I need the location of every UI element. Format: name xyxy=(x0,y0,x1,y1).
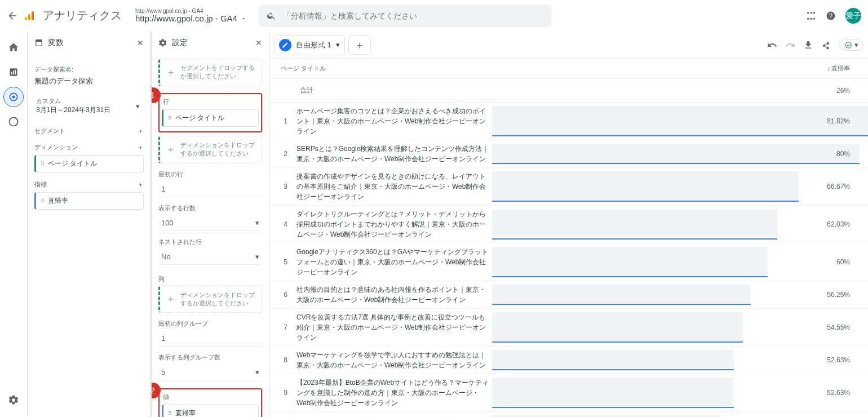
table-row[interactable]: 7CVRを改善する方法7選 具体的な事例と改善に役立つツールも紹介｜東京・大阪の… xyxy=(269,309,868,347)
table-row[interactable]: 2SERPsとは？Google検索結果を理解したコンテンツ作成方法｜東京・大阪の… xyxy=(269,140,868,168)
column-header-bounce-rate-label: 直帰率 xyxy=(831,65,850,72)
add-tab-button[interactable]: ＋ xyxy=(348,36,371,55)
table-row[interactable]: 8Webマーケティングを独学で学ぶ人におすすめの勉強法とは｜東京・大阪のホームペ… xyxy=(269,347,868,374)
segment-drop-zone[interactable]: ＋セグメントをドロップするか選択してください xyxy=(158,59,262,86)
property-selector[interactable]: http://www.gpol.co.jp - GA4 http://www.g… xyxy=(135,8,246,24)
add-metric-button[interactable]: ＋ xyxy=(138,180,144,189)
row-index: 3 xyxy=(269,168,292,205)
svg-rect-6 xyxy=(807,17,809,19)
row-bar-cell: 80% xyxy=(492,140,868,167)
add-dimension-button[interactable]: ＋ xyxy=(138,143,144,152)
dimension-label: ディメンション xyxy=(34,143,78,152)
metric-chip-bounce-rate[interactable]: ⠿直帰率 xyxy=(34,192,144,210)
svg-rect-12 xyxy=(11,72,12,74)
row-value: 52.63% xyxy=(827,389,868,397)
row-value: 81.82% xyxy=(827,117,868,125)
row-label: 提案書の作成やデザインを見るときの助けになる、レイアウトの基本原則をご紹介｜東京… xyxy=(292,168,492,205)
first-row-input[interactable]: 1 xyxy=(158,181,262,197)
row-label: EFO（入力フォーム最適化）とは？フォームを改善して問い合わせを増やす方法｜東京… xyxy=(292,412,492,417)
show-rows-select[interactable]: 100▾ xyxy=(158,215,262,231)
svg-rect-3 xyxy=(807,12,809,14)
search-box[interactable] xyxy=(259,5,552,27)
plus-icon: ＋ xyxy=(166,65,176,79)
report-actions: ▾ xyxy=(767,39,863,51)
row-value: 60% xyxy=(836,258,868,266)
nav-explore[interactable] xyxy=(3,87,24,107)
total-row: 合計 26% xyxy=(269,79,868,103)
share-icon[interactable] xyxy=(821,40,831,50)
table-row[interactable]: 4ダイレクトリクルーティングとは？メリット・デメリットから採用成功のポイントまで… xyxy=(269,206,868,243)
nav-reports[interactable] xyxy=(3,62,24,82)
svg-rect-4 xyxy=(811,12,812,14)
nav-home[interactable] xyxy=(3,37,24,57)
row-bar xyxy=(492,312,743,343)
nav-settings[interactable] xyxy=(3,390,24,410)
download-icon[interactable] xyxy=(803,40,813,50)
nested-rows-select[interactable]: No▾ xyxy=(158,249,262,265)
data-quality-chip[interactable]: ▾ xyxy=(839,39,863,51)
chevron-down-icon: ▾ xyxy=(136,102,140,110)
column-header-page-title[interactable]: ページ タイトル xyxy=(269,64,501,73)
chevron-down-icon: ▾ xyxy=(255,219,259,227)
row-label: SERPsとは？Google検索結果を理解したコンテンツ作成方法｜東京・大阪のホ… xyxy=(292,140,492,167)
grip-icon: ⠿ xyxy=(41,161,43,167)
show-colgroup-select[interactable]: 5▾ xyxy=(158,364,262,380)
first-colgroup-input[interactable]: 1 xyxy=(158,330,262,347)
rows-callout: 1 行 ⠿ページ タイトル xyxy=(158,93,262,132)
back-arrow-icon[interactable] xyxy=(7,10,18,21)
variables-panel: 変数 ✕ データ探索名: 無題のデータ探索 カスタム 3月1日～2024年3月3… xyxy=(27,32,151,417)
redo-icon[interactable] xyxy=(785,40,795,50)
row-index: 7 xyxy=(269,309,292,346)
report-header-row: ページ タイトル ↓直帰率 xyxy=(269,59,868,79)
first-colgroup-value: 1 xyxy=(161,334,165,343)
explore-name-label: データ探索名: xyxy=(34,65,144,74)
apps-icon[interactable] xyxy=(806,11,816,21)
nav-advertising[interactable] xyxy=(3,112,24,132)
row-index: 5 xyxy=(269,243,292,281)
table-row[interactable]: 9【2023年最新】BtoB企業のWebサイトはどう作る？マーケティングを意識し… xyxy=(269,374,868,412)
row-label: 【2023年最新】BtoB企業のWebサイトはどう作る？マーケティングを意識した… xyxy=(292,374,492,411)
dimension-chip-page-title[interactable]: ⠿ページ タイトル xyxy=(34,155,144,172)
row-bar-cell: 60% xyxy=(492,243,868,281)
svg-rect-2 xyxy=(32,11,34,20)
avatar[interactable]: 愛子 xyxy=(845,8,861,24)
cols-drop-zone[interactable]: ＋ディメンションをドロップするか選択してください xyxy=(158,286,262,313)
chevron-down-icon: ▾ xyxy=(255,368,259,376)
first-row-value: 1 xyxy=(161,185,165,193)
grip-icon: ⠿ xyxy=(41,198,43,204)
date-range-picker[interactable]: カスタム 3月1日～2024年3月31日 ▾ xyxy=(34,93,144,119)
first-row-label: 最初の行 xyxy=(158,170,262,179)
show-rows-label: 表示する行数 xyxy=(158,204,262,212)
rows-drop-zone[interactable]: ＋ディメンションをドロップするか選択してください xyxy=(158,136,262,163)
rows-label: 行 xyxy=(162,97,259,106)
values-chip-bounce-rate[interactable]: ⠿直帰率 xyxy=(162,405,259,417)
table-row[interactable]: 3提案書の作成やデザインを見るときの助けになる、レイアウトの基本原則をご紹介｜東… xyxy=(269,168,868,206)
table-row[interactable]: 5Googleアナリティクス360とは？GAやマーケティングプラットフォームとの… xyxy=(269,243,868,281)
table-row[interactable]: 10EFO（入力フォーム最適化）とは？フォームを改善して問い合わせを増やす方法｜… xyxy=(269,412,868,417)
search-input[interactable] xyxy=(283,11,544,20)
values-callout: 2 値 ⠿直帰率 xyxy=(158,388,262,417)
column-header-bounce-rate[interactable]: ↓直帰率 xyxy=(827,64,869,73)
svg-rect-0 xyxy=(25,17,27,20)
total-value: 26% xyxy=(836,87,868,95)
row-label: CVRを改善する方法7選 具体的な事例と改善に役立つツールも紹介｜東京・大阪のホ… xyxy=(292,309,492,346)
explore-name-value[interactable]: 無題のデータ探索 xyxy=(34,76,144,86)
undo-icon[interactable] xyxy=(767,40,777,50)
ga-logo-icon xyxy=(23,9,36,23)
check-circle-icon xyxy=(844,41,852,49)
table-row[interactable]: 6社内報の目的とは？意味のある社内報を作るポイント｜東京・大阪のホームページ・W… xyxy=(269,281,868,309)
rows-chip-page-title[interactable]: ⠿ページ タイトル xyxy=(162,109,259,127)
close-variables-icon[interactable]: ✕ xyxy=(137,38,144,47)
date-range-value: 3月1日～2024年3月31日 xyxy=(36,105,142,115)
row-bar xyxy=(492,378,734,408)
row-index: 8 xyxy=(269,347,292,374)
add-segment-button[interactable]: ＋ xyxy=(138,127,144,135)
report-table: 合計 26% 1ホームページ集客のコツとは？企業がおさえるべき成功のポイント｜東… xyxy=(269,79,868,417)
help-icon[interactable]: ? xyxy=(825,10,836,21)
close-settings-icon[interactable]: ✕ xyxy=(255,38,262,47)
row-bar xyxy=(492,106,868,136)
table-row[interactable]: 1ホームページ集客のコツとは？企業がおさえるべき成功のポイント｜東京・大阪のホー… xyxy=(269,103,868,140)
show-colgroup-label: 表示する列グループ数 xyxy=(158,353,262,362)
tab-freeform-1[interactable]: 自由形式 1 ▾ xyxy=(274,35,345,55)
metric-chip-label: 直帰率 xyxy=(48,196,68,206)
